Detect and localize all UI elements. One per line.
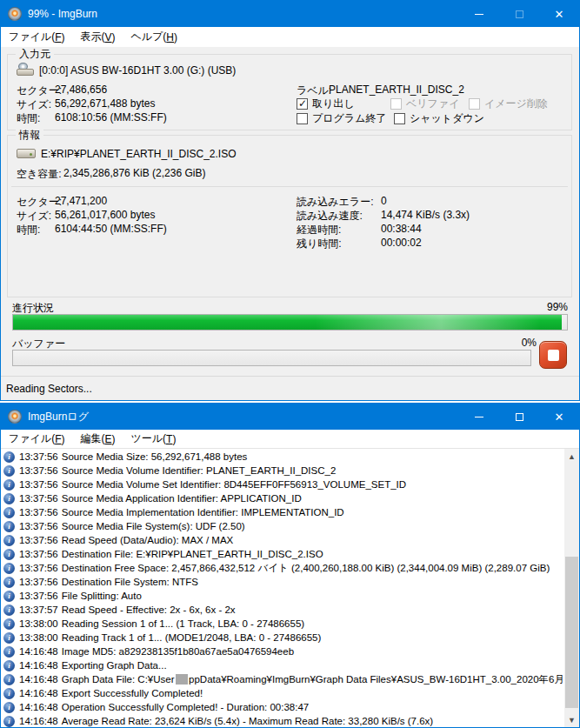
log-entry[interactable]: i13:37:56Source Media Size: 56,292,671,4… <box>1 450 564 464</box>
log-list: i13:37:56Source Media Size: 56,292,671,4… <box>1 448 579 727</box>
log-text: Source Media Implementation Identifier: … <box>62 505 344 519</box>
log-entry[interactable]: i13:37:56Source Media Application Identi… <box>1 491 564 505</box>
log-entry[interactable]: i14:16:48Operation Successfully Complete… <box>1 700 564 714</box>
main-window-title: 99% - ImgBurn <box>28 8 459 20</box>
log-time: 14:16:48 <box>19 672 58 686</box>
log-entry[interactable]: i13:38:00Reading Session 1 of 1... (1 Tr… <box>1 617 564 631</box>
log-text: Read Speed (Data/Audio): MAX / MAX <box>62 533 234 547</box>
checkbox-box <box>390 98 402 110</box>
log-text: Source Media Volume Identifier: PLANET_E… <box>62 464 337 478</box>
stat-label: 経過時間: <box>297 223 341 237</box>
menu-file[interactable]: ファイル(F) <box>1 430 72 448</box>
disc-label-value: PLANET_EARTH_II_DISC_2 <box>329 83 464 96</box>
checkbox-eject[interactable]: 取り出し <box>297 97 355 110</box>
minimize-button[interactable] <box>459 1 499 27</box>
maximize-button[interactable] <box>499 404 539 430</box>
stat-value: 27,486,656 <box>55 83 107 96</box>
stop-button[interactable] <box>539 341 567 369</box>
stat-value: 56,292,671,488 bytes <box>55 97 155 110</box>
log-entry[interactable]: i13:37:56Read Speed (Data/Audio): MAX / … <box>1 533 564 547</box>
log-text: ppData¥Roaming¥ImgBurn¥Graph Data Files¥… <box>189 672 564 686</box>
log-text: Destination File System: NTFS <box>62 575 198 589</box>
log-time: 13:37:56 <box>19 533 58 547</box>
log-text: Average Read Rate: 23,624 KiB/s (5.4x) -… <box>62 714 433 727</box>
checkbox-box <box>297 98 308 110</box>
source-group-label: 入力元 <box>16 48 54 60</box>
menu-tools[interactable]: ツール(T) <box>123 430 183 448</box>
scrollbar-thumb[interactable] <box>565 557 578 708</box>
checkbox-shutdown[interactable]: シャットダウン <box>394 112 484 124</box>
minimize-button[interactable] <box>459 404 499 430</box>
menu-help[interactable]: ヘルプ(H) <box>123 27 185 47</box>
log-entry[interactable]: i13:37:56Source Media Volume Set Identif… <box>1 478 564 491</box>
free-space-label: 空き容量: <box>17 167 62 182</box>
log-entry[interactable]: i14:16:48Graph Data File: C:¥UserppData¥… <box>1 672 564 686</box>
log-titlebar[interactable]: ImgBurnログ ✕ <box>1 404 579 430</box>
menu-file[interactable]: ファイル(F) <box>1 27 72 47</box>
log-entry[interactable]: i14:16:48Average Read Rate: 23,624 KiB/s… <box>1 714 564 727</box>
log-entry[interactable]: i13:37:56Source Media Implementation Ide… <box>1 505 564 519</box>
log-text: Source Media Application Identifier: APP… <box>62 491 302 505</box>
close-icon: ✕ <box>555 9 564 20</box>
close-button[interactable]: ✕ <box>539 1 579 27</box>
log-entry[interactable]: i13:38:00Reading Track 1 of 1... (MODE1/… <box>1 631 564 645</box>
log-entry[interactable]: i14:16:48Export Successfully Completed! <box>1 686 564 700</box>
checkbox-box <box>394 113 405 124</box>
log-text: Reading Session 1 of 1... (1 Track, LBA:… <box>62 617 304 631</box>
stat-label: 時間: <box>17 111 40 126</box>
log-entry[interactable]: i13:37:56Source Media File System(s): UD… <box>1 519 564 533</box>
log-entry[interactable]: i13:37:57Read Speed - Effective: 2x - 6x… <box>1 603 564 617</box>
log-time: 13:37:56 <box>19 478 58 491</box>
log-entry[interactable]: i14:16:48Exporting Graph Data... <box>1 658 564 672</box>
log-text: Graph Data File: C:¥User <box>62 672 175 686</box>
status-text: Reading Sectors... <box>6 383 92 395</box>
checkbox-exit-program[interactable]: プログラム終了 <box>297 112 386 124</box>
info-icon: i <box>3 591 15 602</box>
log-text: Source Media File System(s): UDF (2.50) <box>62 519 245 533</box>
log-entry[interactable]: i13:37:56File Splitting: Auto <box>1 589 564 603</box>
log-time: 14:16:48 <box>19 686 58 700</box>
log-entry[interactable]: i13:37:56Destination File System: NTFS <box>1 575 564 589</box>
log-time: 14:16:48 <box>19 645 58 658</box>
hard-disk-icon <box>17 149 36 158</box>
buffer-percent: 0% <box>522 337 537 349</box>
imgburn-app-icon <box>8 7 22 21</box>
log-menubar: ファイル(F) 編集(E) ツール(T) <box>1 430 579 448</box>
main-titlebar[interactable]: 99% - ImgBurn ✕ <box>1 1 579 27</box>
stat-value: 56,261,017,600 bytes <box>55 209 155 221</box>
stat-value: 00:00:02 <box>381 237 422 249</box>
log-time: 13:37:56 <box>19 491 58 505</box>
log-time: 13:37:56 <box>19 519 58 533</box>
stat-label: 読み込みエラー: <box>297 195 373 210</box>
info-group-label: 情報 <box>16 129 43 141</box>
vertical-scrollbar[interactable]: ▲ ▼ <box>564 449 579 727</box>
log-time: 14:16:48 <box>19 700 58 714</box>
stat-value: 00:38:44 <box>381 223 422 235</box>
divider <box>11 186 568 187</box>
log-text: Reading Track 1 of 1... (MODE1/2048, LBA… <box>62 631 322 645</box>
scroll-down-icon[interactable]: ▼ <box>564 712 579 727</box>
info-icon: i <box>3 465 15 477</box>
stat-label: 残り時間: <box>297 237 342 251</box>
close-button[interactable]: ✕ <box>539 404 579 430</box>
menu-view[interactable]: 表示(V) <box>72 27 123 47</box>
stop-icon <box>548 350 559 361</box>
stat-value: 27,471,200 <box>55 195 107 207</box>
log-entry[interactable]: i13:37:56Destination File: E:¥RIP¥PLANET… <box>1 547 564 561</box>
log-time: 14:16:48 <box>19 658 58 672</box>
info-icon: i <box>3 563 15 574</box>
progress-bar <box>12 314 568 331</box>
menu-edit[interactable]: 編集(E) <box>72 430 123 448</box>
log-window-title: ImgBurnログ <box>28 410 459 424</box>
checkbox-delete-image: イメージ削除 <box>469 97 548 110</box>
info-icon: i <box>3 716 15 727</box>
main-client-area: 入力元 [0:0:0] ASUS BW-16D1HT 3.00 (G:) (US… <box>1 47 579 400</box>
log-text: Export Successfully Completed! <box>62 686 203 700</box>
log-entry[interactable]: i14:16:48Image MD5: a829238135f1b80a67ae… <box>1 645 564 658</box>
log-entry[interactable]: i13:37:56Destination Free Space: 2,457,8… <box>1 561 564 575</box>
checkbox-verify: ベリファイ <box>390 97 459 110</box>
log-entry[interactable]: i13:37:56Source Media Volume Identifier:… <box>1 464 564 478</box>
scroll-up-icon[interactable]: ▲ <box>564 449 579 464</box>
stat-value: 6104:44:50 (MM:SS:FF) <box>55 223 167 235</box>
minimize-icon <box>475 14 483 15</box>
